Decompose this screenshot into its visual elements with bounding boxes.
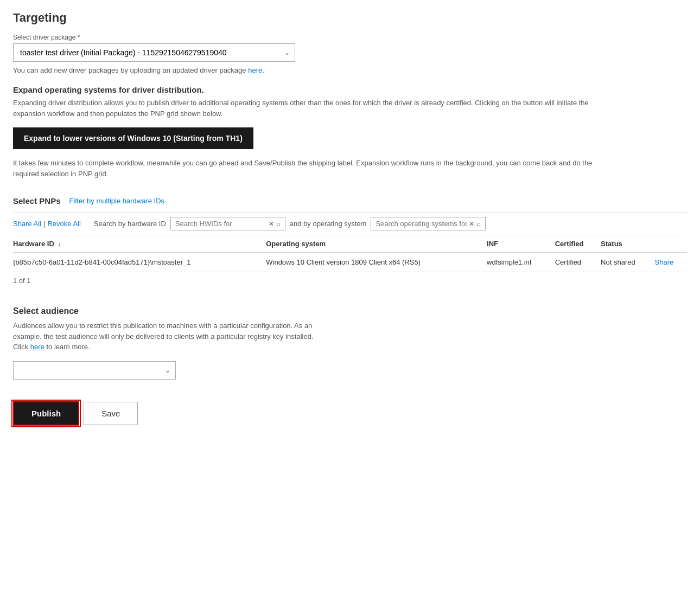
pnp-section-header: Select PNPs Filter by multiple hardware … bbox=[13, 196, 687, 206]
search-os-label: and by operating system bbox=[290, 220, 367, 228]
sort-arrow-icon: ↓ bbox=[58, 241, 61, 247]
expand-description: Expanding driver distribution allows you… bbox=[13, 98, 610, 119]
share-revoke-links: Share All | Revoke All bbox=[13, 220, 81, 228]
cell-action: Share bbox=[655, 253, 687, 272]
action-buttons: Publish Save bbox=[13, 401, 687, 426]
cell-operating-system: Windows 10 Client version 1809 Client x6… bbox=[266, 253, 487, 272]
search-hwid-label: Search by hardware ID bbox=[94, 220, 166, 228]
filter-multiple-hwids-link[interactable]: Filter by multiple hardware IDs bbox=[69, 197, 165, 205]
audience-select[interactable] bbox=[13, 361, 176, 380]
driver-package-select[interactable]: toaster test driver (Initial Package) - … bbox=[13, 43, 295, 62]
col-hardware-id[interactable]: Hardware ID ↓ bbox=[13, 235, 266, 253]
publish-button[interactable]: Publish bbox=[13, 401, 79, 426]
search-os-icon: ⌕ bbox=[476, 220, 481, 228]
pnp-table: Hardware ID ↓ Operating system INF Certi… bbox=[13, 235, 687, 272]
search-os-box: ✕ ⌕ bbox=[371, 217, 486, 230]
cell-hardware-id: {b85b7c50-6a01-11d2-b841-00c04fad5171}\m… bbox=[13, 253, 266, 272]
search-os-input[interactable] bbox=[376, 220, 467, 228]
info-text: You can add new driver packages by uploa… bbox=[13, 66, 687, 74]
expand-section-title: Expand operating systems for driver dist… bbox=[13, 85, 687, 94]
pagination: 1 of 1 bbox=[13, 272, 687, 289]
driver-package-label: Select driver package * bbox=[13, 34, 687, 41]
pnp-section-title: Select PNPs bbox=[13, 196, 61, 206]
search-hwid-input[interactable] bbox=[175, 220, 266, 228]
table-header-row: Hardware ID ↓ Operating system INF Certi… bbox=[13, 235, 687, 253]
audience-title: Select audience bbox=[13, 306, 687, 316]
save-button[interactable]: Save bbox=[84, 402, 138, 425]
share-row-link[interactable]: Share bbox=[655, 258, 674, 266]
cell-inf: wdfsimple1.inf bbox=[487, 253, 555, 272]
col-status: Status bbox=[601, 235, 655, 253]
table-row: {b85b7c50-6a01-11d2-b841-00c04fad5171}\m… bbox=[13, 253, 687, 272]
toolbar-separator: | bbox=[43, 220, 45, 228]
cell-status: Not shared bbox=[601, 253, 655, 272]
upload-package-link[interactable]: here bbox=[248, 66, 262, 74]
page-title: Targeting bbox=[13, 11, 687, 25]
pnp-toolbar: Share All | Revoke All Search by hardwar… bbox=[13, 212, 687, 235]
expand-note: It takes few minutes to complete workflo… bbox=[13, 158, 610, 179]
col-inf: INF bbox=[487, 235, 555, 253]
share-all-link[interactable]: Share All bbox=[13, 220, 41, 228]
cell-certified: Certified bbox=[555, 253, 601, 272]
audience-select-wrapper: ⌄ bbox=[13, 361, 176, 380]
search-hwid-icon: ⌕ bbox=[276, 220, 281, 228]
revoke-all-link[interactable]: Revoke All bbox=[47, 220, 80, 228]
expand-windows10-button[interactable]: Expand to lower versions of Windows 10 (… bbox=[13, 127, 253, 149]
audience-description: Audiences allow you to restrict this pub… bbox=[13, 320, 317, 352]
driver-package-wrapper: toaster test driver (Initial Package) - … bbox=[13, 43, 295, 62]
search-hwid-box: ✕ ⌕ bbox=[170, 217, 285, 230]
clear-hwid-icon[interactable]: ✕ bbox=[269, 220, 274, 228]
audience-learn-more-link[interactable]: here bbox=[30, 343, 44, 351]
col-action bbox=[655, 235, 687, 253]
col-operating-system: Operating system bbox=[266, 235, 487, 253]
col-certified: Certified bbox=[555, 235, 601, 253]
clear-os-icon[interactable]: ✕ bbox=[469, 220, 474, 228]
